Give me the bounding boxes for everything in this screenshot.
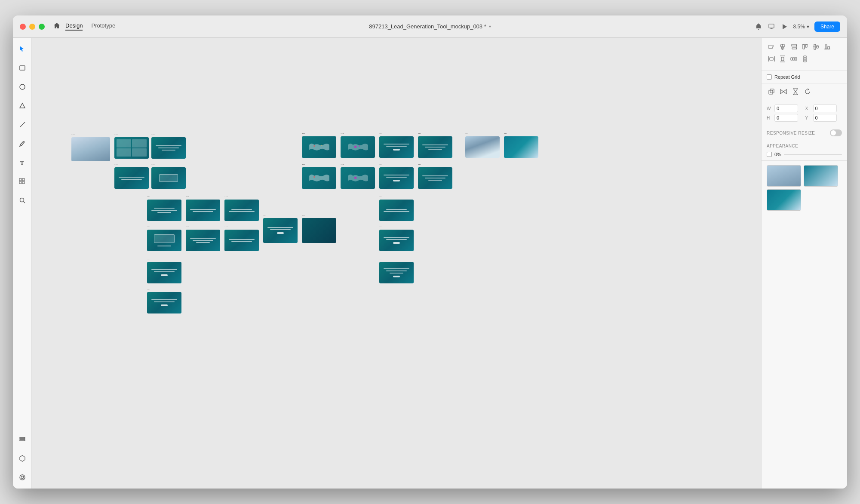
canvas[interactable]: ··· ··· ···: [32, 38, 761, 489]
tab-design[interactable]: Design: [65, 22, 83, 31]
align-center-v-icon[interactable]: [811, 42, 821, 52]
flip-h-icon[interactable]: [779, 87, 788, 96]
pen-tool[interactable]: [16, 138, 28, 150]
line-tool[interactable]: [16, 119, 28, 131]
frame-r2-4[interactable]: ···: [341, 163, 375, 189]
title-bar-right: 8.5% ▾ Share: [755, 22, 840, 32]
distribute-spacing-v-icon[interactable]: [800, 54, 810, 64]
triangle-tool[interactable]: [16, 100, 28, 112]
frame-r3-3[interactable]: ···: [224, 195, 259, 221]
svg-rect-0: [769, 24, 774, 28]
frame-r4-3[interactable]: ···: [224, 225, 259, 251]
frame-dots: ···: [379, 225, 414, 229]
text-tool[interactable]: T: [16, 157, 28, 169]
y-input[interactable]: [813, 114, 837, 122]
zoom-control[interactable]: 8.5% ▾: [793, 24, 809, 30]
w-label: W: [767, 106, 773, 111]
frame-r5-1[interactable]: ···: [147, 257, 181, 283]
play-icon[interactable]: [780, 23, 788, 31]
height-input[interactable]: [774, 114, 798, 122]
title-dropdown-arrow[interactable]: ▾: [489, 24, 491, 29]
svg-marker-17: [20, 455, 25, 461]
frame-r4-2[interactable]: ···: [186, 225, 220, 251]
frame-teal2[interactable]: ···: [379, 132, 414, 158]
repeat-grid-button[interactable]: Repeat Grid: [767, 74, 842, 80]
opacity-slider[interactable]: [784, 154, 842, 155]
frame-photo2[interactable]: ···: [465, 132, 500, 158]
x-label: X: [805, 106, 811, 111]
repeat-grid-tool[interactable]: [16, 175, 28, 187]
plugins-icon[interactable]: [16, 471, 28, 483]
frame-tall2[interactable]: ···: [302, 213, 336, 243]
frame-r4-4[interactable]: ···: [379, 225, 414, 251]
zoom-arrow[interactable]: ▾: [807, 24, 809, 30]
distribute-h-icon[interactable]: [767, 54, 776, 64]
frame-dots: ···: [224, 225, 259, 229]
x-input[interactable]: [813, 104, 837, 112]
svg-point-4: [20, 84, 25, 89]
ellipse-tool[interactable]: [16, 81, 28, 93]
share-button[interactable]: Share: [814, 22, 840, 32]
responsive-resize-toggle[interactable]: [830, 129, 842, 136]
distribute-v-icon[interactable]: [778, 54, 787, 64]
frame-r6-1[interactable]: ···: [147, 287, 181, 313]
close-button[interactable]: [20, 24, 26, 30]
svg-point-18: [21, 476, 24, 479]
align-left-icon[interactable]: [767, 42, 776, 52]
frame-r2-1[interactable]: ···: [114, 163, 149, 189]
frame-thumb-r5-2: [379, 262, 414, 283]
frame-thumb-teal3: [418, 136, 452, 158]
layers-icon[interactable]: [16, 433, 28, 446]
minimize-button[interactable]: [29, 24, 35, 30]
distribute-spacing-h-icon[interactable]: [789, 54, 799, 64]
home-icon[interactable]: [53, 22, 60, 31]
frame-teal1[interactable]: ···: [151, 132, 186, 159]
frame-thumb-r4-1: [147, 230, 181, 251]
svg-rect-46: [770, 58, 773, 60]
frame-thumb-r2-2: [151, 167, 186, 189]
rotate-icon[interactable]: [803, 87, 812, 96]
bell-icon[interactable]: [755, 23, 762, 31]
width-input[interactable]: [774, 104, 798, 112]
frame-teal3[interactable]: ···: [418, 132, 452, 158]
file-title: 897213_Lead_Generation_Tool_mockup_003 *: [369, 23, 486, 30]
frame-thumb-r2-6: [418, 167, 452, 189]
maximize-button[interactable]: [39, 24, 45, 30]
flip-v-icon[interactable]: [791, 87, 800, 96]
zoom-tool[interactable]: [16, 194, 28, 206]
preview-thumb-3[interactable]: [767, 189, 801, 211]
assets-icon[interactable]: [16, 452, 28, 464]
frame-r2-3[interactable]: ···: [302, 163, 336, 189]
frame-r2-6[interactable]: ···: [418, 163, 452, 189]
frame-r3-1[interactable]: ···: [147, 195, 181, 221]
device-icon[interactable]: [768, 23, 775, 31]
frame-thumb-r4-4: [379, 230, 414, 251]
opacity-checkbox[interactable]: [767, 152, 772, 157]
align-section: [762, 38, 847, 71]
frame-r5-2[interactable]: ···: [379, 257, 414, 283]
frame-r3-4[interactable]: ···: [379, 195, 414, 221]
rectangle-tool[interactable]: [16, 62, 28, 74]
select-tool[interactable]: [16, 43, 28, 55]
align-top-icon[interactable]: [800, 42, 810, 52]
preview-thumb-2[interactable]: [804, 165, 838, 187]
frame-grid1[interactable]: ···: [114, 132, 149, 159]
frame-map2[interactable]: ···: [341, 132, 375, 158]
frame-r2-5[interactable]: ···: [379, 163, 414, 189]
frame-photo3[interactable]: ···: [504, 132, 538, 158]
frame-map1[interactable]: ···: [302, 132, 336, 158]
align-center-h-icon[interactable]: [778, 42, 787, 52]
frame-r3-2[interactable]: ···: [186, 195, 220, 221]
preview-thumb-1[interactable]: [767, 165, 801, 187]
frame-dots: ···: [379, 257, 414, 261]
tab-prototype[interactable]: Prototype: [91, 22, 115, 31]
svg-marker-5: [20, 103, 25, 108]
frame-tall1[interactable]: ···: [263, 213, 298, 243]
clone-icon[interactable]: [767, 87, 776, 96]
frame-r4-1[interactable]: ···: [147, 225, 181, 251]
frame-r2-2[interactable]: ···: [151, 163, 186, 189]
repeat-grid-checkbox[interactable]: [767, 74, 772, 80]
align-right-icon[interactable]: [789, 42, 799, 52]
align-bottom-icon[interactable]: [823, 42, 832, 52]
frame-photo[interactable]: ···: [71, 132, 110, 161]
